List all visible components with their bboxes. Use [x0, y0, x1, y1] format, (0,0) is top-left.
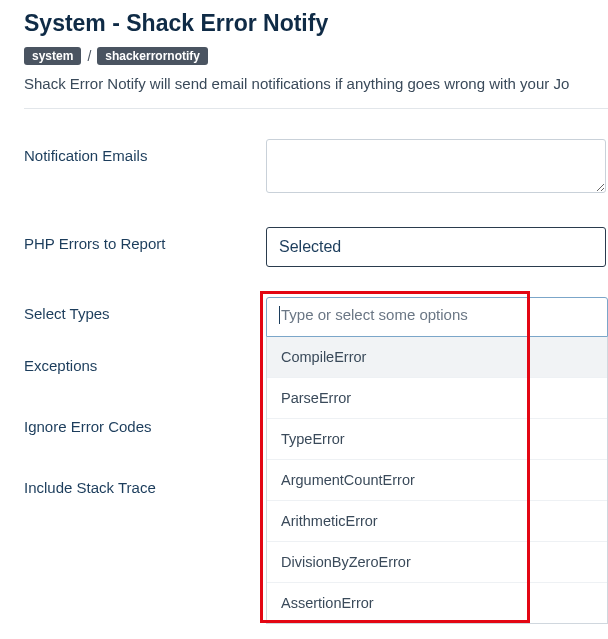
select-types-input[interactable]: Type or select some options	[266, 297, 608, 337]
breadcrumb-segment-plugin: shackerrornotify	[97, 47, 208, 65]
dropdown-option[interactable]: ArgumentCountError	[267, 459, 607, 500]
notification-emails-input[interactable]	[266, 139, 606, 193]
dropdown-option[interactable]: DivisionByZeroError	[267, 541, 607, 582]
dropdown-option[interactable]: ArithmeticError	[267, 500, 607, 541]
breadcrumb-separator: /	[87, 48, 91, 64]
php-errors-value: Selected	[279, 238, 341, 256]
dropdown-option[interactable]: ParseError	[267, 377, 607, 418]
dropdown-option[interactable]: AssertionError	[267, 582, 607, 623]
dropdown-option[interactable]: TypeError	[267, 418, 607, 459]
breadcrumb-segment-system: system	[24, 47, 81, 65]
breadcrumb: system / shackerrornotify	[24, 47, 608, 65]
php-errors-label: PHP Errors to Report	[24, 227, 266, 252]
exceptions-label: Exceptions	[24, 357, 266, 374]
stack-trace-label: Include Stack Trace	[24, 479, 266, 496]
divider	[24, 108, 608, 109]
dropdown-option[interactable]: CompileError	[267, 337, 607, 377]
text-cursor	[279, 306, 280, 324]
select-types-placeholder: Type or select some options	[281, 306, 468, 323]
select-types-dropdown: CompileError ParseError TypeError Argume…	[266, 337, 608, 624]
select-types-label: Select Types	[24, 297, 266, 322]
ignore-codes-label: Ignore Error Codes	[24, 418, 266, 435]
page-description: Shack Error Notify will send email notif…	[24, 75, 608, 92]
notification-emails-label: Notification Emails	[24, 139, 266, 164]
php-errors-select[interactable]: Selected	[266, 227, 606, 267]
page-title: System - Shack Error Notify	[24, 10, 608, 37]
